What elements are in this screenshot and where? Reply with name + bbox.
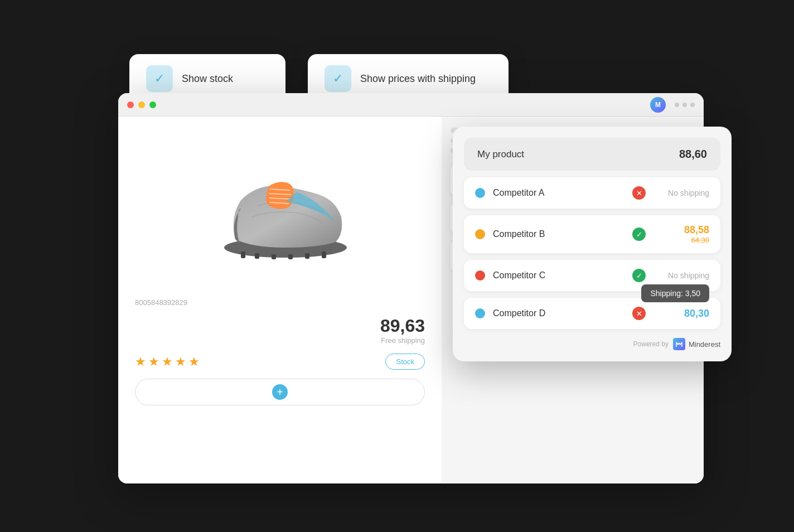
- competitor-a-no-shipping: No shipping: [668, 188, 709, 197]
- stock-button[interactable]: Stock: [385, 354, 425, 370]
- svg-rect-2: [255, 253, 259, 259]
- competitor-d-name: Competitor D: [493, 308, 624, 318]
- svg-rect-4: [288, 254, 293, 259]
- browser-titlebar: M: [118, 93, 704, 117]
- competitor-c-no-shipping: No shipping: [668, 271, 709, 280]
- competitor-d-card: Competitor D ✕ 80,30: [464, 298, 720, 329]
- product-shipping: Free shipping: [380, 336, 425, 345]
- minderest-logo: Minderest: [673, 338, 720, 350]
- shoe-svg: [207, 161, 352, 262]
- competitor-a-dot: [475, 188, 485, 198]
- competitor-a-price-area: No shipping: [653, 188, 709, 198]
- competitor-b-card: Competitor B ✓ 88,58 64,30: [464, 215, 720, 253]
- product-panel: 8005848392829 89,63 Free shipping ★ ★ ★ …: [118, 117, 442, 483]
- svg-rect-5: [305, 253, 309, 259]
- competitor-c-name: Competitor C: [493, 270, 624, 280]
- minderest-brand-name: Minderest: [689, 340, 720, 349]
- show-prices-label: Show prices with shipping: [360, 73, 476, 85]
- shoe-product-image: [207, 161, 352, 262]
- competitor-b-status-icon: ✓: [632, 228, 646, 241]
- competitor-c-dot: [475, 270, 485, 280]
- show-stock-label: Show stock: [182, 73, 233, 85]
- svg-rect-6: [322, 252, 326, 258]
- product-stars: ★ ★ ★ ★ ★: [135, 355, 379, 369]
- browser-logo: M: [650, 97, 666, 113]
- competitor-d-price: 80,30: [653, 308, 709, 320]
- competitor-d-status-icon: ✕: [632, 307, 646, 320]
- powered-by-text: Powered by: [633, 340, 669, 348]
- competitor-d-price-area: 80,30: [653, 308, 709, 320]
- powered-by-section: Powered by Minderest: [464, 336, 720, 350]
- my-product-card: My product 88,60: [464, 138, 720, 171]
- close-button[interactable]: [127, 101, 134, 108]
- minimize-button[interactable]: [138, 101, 145, 108]
- competitor-c-status-icon: ✓: [632, 269, 646, 282]
- add-to-cart-button[interactable]: +: [135, 379, 425, 405]
- maximize-button[interactable]: [149, 101, 156, 108]
- competitor-b-price: 88,58: [653, 224, 709, 236]
- product-image-area: [135, 133, 425, 289]
- minderest-icon: [673, 338, 685, 350]
- shipping-tooltip: Shipping: 3,50: [641, 284, 709, 302]
- competitor-a-status-icon: ✕: [632, 186, 646, 200]
- competitor-b-original-price: 64,30: [653, 236, 709, 244]
- competitor-b-name: Competitor B: [493, 229, 624, 239]
- show-prices-icon: ✓: [325, 65, 351, 92]
- plus-icon: +: [272, 384, 288, 400]
- my-product-price: 88,60: [679, 148, 707, 161]
- competitor-c-card: Competitor C ✓ No shipping Shipping: 3,5…: [464, 260, 720, 291]
- competitor-a-card: Competitor A ✕ No shipping: [464, 177, 720, 209]
- browser-nav-dots: [675, 103, 695, 107]
- product-price: 89,63: [380, 316, 425, 336]
- show-stock-icon: ✓: [146, 65, 173, 92]
- competitor-a-name: Competitor A: [493, 188, 624, 198]
- competitor-b-dot: [475, 229, 485, 239]
- my-product-name: My product: [477, 149, 524, 160]
- product-price-row: 89,63 Free shipping: [135, 316, 425, 345]
- competitor-d-dot: [475, 308, 485, 318]
- product-sku: 8005848392829: [135, 298, 425, 307]
- competitor-b-price-area: 88,58 64,30: [653, 224, 709, 244]
- svg-rect-1: [241, 252, 245, 258]
- svg-rect-3: [272, 254, 276, 259]
- competitor-c-price-area: No shipping: [653, 270, 709, 280]
- pricing-panel: My product 88,60 Competitor A ✕ No shipp…: [453, 127, 732, 361]
